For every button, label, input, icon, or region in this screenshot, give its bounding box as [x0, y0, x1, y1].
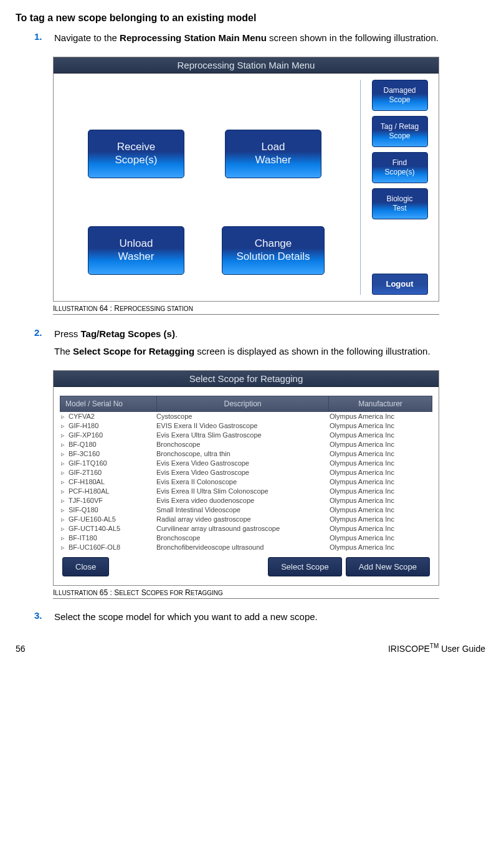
cell-model: BF-Q180 [69, 441, 156, 449]
table-row[interactable]: ▹CYFVA2CystoscopeOlympus America Inc [60, 412, 432, 421]
col-manufacturer[interactable]: Manufacturer [329, 396, 432, 411]
col-description[interactable]: Description [157, 396, 329, 411]
table-area: Model / Serial No Description Manufactur… [54, 396, 439, 585]
table-row[interactable]: ▹BF-Q180BronchoscopeOlympus America Inc [60, 440, 432, 449]
cell-manufacturer: Olympus America Inc [330, 441, 432, 449]
expand-icon[interactable]: ▹ [60, 459, 69, 467]
table-row[interactable]: ▹TJF-160VFEvis Exera video duodenoscopeO… [60, 496, 432, 505]
screenshot: Reprocessing Station Main Menu ReceiveSc… [53, 57, 439, 302]
cell-model: TJF-160VF [69, 497, 156, 505]
step-number: 1. [34, 31, 54, 45]
page-footer: 56 IRISCOPETM User Guide [16, 642, 485, 654]
cell-description: Small Intestinal Videoscope [156, 506, 330, 514]
table-row[interactable]: ▹GIF-H180EVIS Exera II Video Gastroscope… [60, 421, 432, 431]
cell-model: BF-3C160 [69, 450, 156, 458]
step-text: Press Tag/Retag Scopes (s). [54, 327, 485, 342]
illustration-caption: ILLUSTRATION 65 : SELECT SCOPES FOR RETA… [53, 586, 439, 599]
cell-model: BF-UC160F-OL8 [69, 543, 156, 552]
close-button[interactable]: Close [62, 557, 109, 576]
expand-icon[interactable]: ▹ [60, 487, 69, 495]
table-row[interactable]: ▹GIF-2T160Evis Exera Video GastroscopeOl… [60, 468, 432, 477]
biologic-test-button[interactable]: BiologicTest [372, 188, 428, 219]
menu-main-area: ReceiveScope(s) LoadWasher UnloadWasher … [54, 80, 361, 295]
expand-icon[interactable]: ▹ [60, 478, 69, 486]
expand-icon[interactable]: ▹ [60, 422, 69, 430]
expand-icon[interactable]: ▹ [60, 469, 69, 477]
receive-scope-button[interactable]: ReceiveScope(s) [88, 130, 184, 178]
expand-icon[interactable]: ▹ [60, 525, 69, 533]
table-row[interactable]: ▹BF-IT180BronchoscopeOlympus America Inc [60, 533, 432, 543]
expand-icon[interactable]: ▹ [60, 534, 69, 542]
table-rows: ▹CYFVA2CystoscopeOlympus America Inc▹GIF… [60, 412, 432, 552]
table-footer: Close Select Scope Add New Scope [60, 552, 432, 579]
col-model[interactable]: Model / Serial No [60, 396, 157, 411]
cap: LLUSTRATION [55, 305, 97, 312]
titlebar: Select Scope for Retagging [54, 371, 439, 387]
step-text: Select the scope model for which you wan… [54, 610, 485, 624]
expand-icon[interactable]: ▹ [60, 431, 69, 439]
step-number: 3. [34, 610, 54, 624]
cell-model: SIF-Q180 [69, 506, 156, 514]
menu-side-area: DamagedScope Tag / RetagScope FindScope(… [367, 80, 439, 295]
step-2-continuation: The Select Scope for Retagging screen is… [54, 345, 485, 359]
table-row[interactable]: ▹GF-UCT140-AL5Curvilinear array ultrasou… [60, 524, 432, 533]
damaged-scope-button[interactable]: DamagedScope [372, 80, 428, 111]
expand-icon[interactable]: ▹ [60, 413, 69, 421]
expand-icon[interactable]: ▹ [60, 515, 69, 523]
cell-description: Evis Exera Video Gastroscope [156, 459, 330, 467]
text: The [54, 346, 73, 356]
footer-product: IRISCOPETM User Guide [388, 642, 485, 654]
cell-model: CF-H180AL [69, 478, 156, 486]
table-row[interactable]: ▹GIF-XP160Evis Exera Ultra Slim Gastrosc… [60, 431, 432, 440]
table-row[interactable]: ▹PCF-H180ALEvis Exrea II Ultra Slim Colo… [60, 487, 432, 496]
cell-manufacturer: Olympus America Inc [330, 534, 432, 542]
cell-description: Bronchoscope, ultra thin [156, 450, 330, 458]
cell-model: GF-UE160-AL5 [69, 515, 156, 523]
table-row[interactable]: ▹BF-UC160F-OL8Bronchofibervideoscope ult… [60, 543, 432, 552]
cell-description: Bronchoscope [156, 534, 330, 542]
expand-icon[interactable]: ▹ [60, 543, 69, 552]
find-scope-button[interactable]: FindScope(s) [372, 152, 428, 183]
logout-button[interactable]: Logout [372, 274, 428, 295]
add-new-scope-button[interactable]: Add New Scope [346, 557, 430, 576]
table-row[interactable]: ▹CF-H180ALEvis Exera II ColonoscopeOlymp… [60, 477, 432, 487]
cap: LLUSTRATION [55, 590, 97, 596]
screenshot: Select Scope for Retagging Model / Seria… [53, 370, 439, 586]
page-number: 56 [16, 644, 26, 654]
cell-model: PCF-H180AL [69, 487, 156, 495]
cell-description: Cystoscope [156, 413, 330, 421]
bold: Reprocessing Station Main Menu [120, 32, 267, 43]
unload-washer-button[interactable]: UnloadWasher [88, 226, 184, 275]
cap: 65 : S [98, 588, 120, 597]
cell-description: Evis Exera II Colonoscope [156, 478, 330, 486]
cap: ELECT [119, 590, 139, 596]
cell-model: GIF-XP160 [69, 431, 156, 439]
expand-icon[interactable]: ▹ [60, 450, 69, 458]
illustration-65: Select Scope for Retagging Model / Seria… [53, 370, 439, 599]
bold: Select Scope for Retagging [73, 346, 194, 356]
cap: ETAGGING [191, 590, 223, 596]
cell-manufacturer: Olympus America Inc [330, 543, 432, 552]
text: screen shown in the following illustrati… [267, 32, 439, 43]
table-row[interactable]: ▹GIF-1TQ160Evis Exera Video GastroscopeO… [60, 459, 432, 468]
cell-model: CYFVA2 [69, 413, 156, 421]
step-number: 2. [34, 327, 54, 342]
table-row[interactable]: ▹GF-UE160-AL5Radial array video gastrosc… [60, 515, 432, 524]
load-washer-button[interactable]: LoadWasher [225, 130, 321, 178]
select-scope-button[interactable]: Select Scope [268, 557, 342, 576]
step-text: Navigate to the Reprocessing Station Mai… [54, 31, 485, 45]
expand-icon[interactable]: ▹ [60, 441, 69, 449]
table-row[interactable]: ▹BF-3C160Bronchoscope, ultra thinOlympus… [60, 449, 432, 459]
cell-manufacturer: Olympus America Inc [330, 515, 432, 523]
cell-manufacturer: Olympus America Inc [330, 506, 432, 514]
table-row[interactable]: ▹SIF-Q180Small Intestinal VideoscopeOlym… [60, 505, 432, 515]
cell-description: Curvilinear array ultrasound gastroscope [156, 525, 330, 533]
tag-retag-scope-button[interactable]: Tag / RetagScope [372, 116, 428, 147]
change-solution-button[interactable]: ChangeSolution Details [222, 226, 325, 275]
expand-icon[interactable]: ▹ [60, 506, 69, 514]
cell-model: GIF-2T160 [69, 469, 156, 477]
cap: COPES FOR [146, 590, 183, 596]
cell-model: GIF-1TQ160 [69, 459, 156, 467]
expand-icon[interactable]: ▹ [60, 497, 69, 505]
cell-description: Evis Exera Ultra Slim Gastroscope [156, 431, 330, 439]
